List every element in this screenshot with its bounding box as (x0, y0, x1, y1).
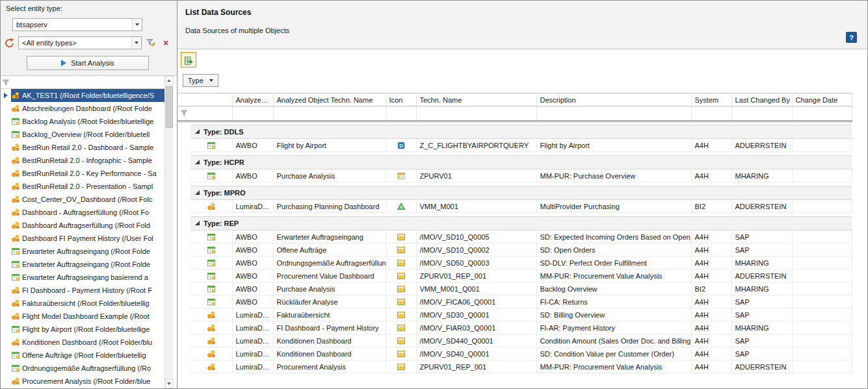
column-header-system[interactable]: System (691, 94, 731, 107)
list-item[interactable]: Erwarteter Auftragseingang (/Root Folde (1, 258, 164, 271)
table-row[interactable]: LumiraD...Purchasing Planning DashboardV… (178, 200, 852, 213)
scrollbar-thumb[interactable] (166, 86, 173, 128)
group-header-cell[interactable]: Type: HCPR (191, 156, 852, 169)
table-row[interactable]: AWBOPurchase AnalysisZPURV01MM-PUR: Purc… (178, 169, 852, 182)
group-row[interactable]: Type: REP (178, 217, 852, 231)
table-row[interactable]: AWBORückläufer Analyse/IMO/V_FICA06_Q000… (178, 295, 852, 308)
list-item[interactable]: Flight Model Dashboard Example (/Root (1, 310, 164, 323)
lumira-icon (11, 91, 20, 100)
cell-description: SD: Condition Value per Customer (Order) (536, 347, 691, 360)
list-item[interactable]: AK_TEST1 (/Root Folder/bluetelligence/S (1, 89, 164, 102)
table-row[interactable]: LumiraD...Konditionen Dashboard/IMO/V_SD… (178, 334, 852, 347)
table-row[interactable]: AWBOFlight by AirportDZ_C_FLIGHTBYAIRPOR… (178, 139, 852, 152)
list-item[interactable]: Dashboard - Auftragserfüllung (/Root Fo (1, 206, 164, 219)
cell-analyze-tool: AWBO (232, 270, 273, 282)
table-row[interactable]: AWBOOrdnungsgemäße Auftragserfüllung/IMO… (178, 257, 852, 270)
export-to-excel-button[interactable] (181, 52, 196, 68)
clear-filter-icon[interactable]: × (160, 37, 172, 49)
group-row[interactable]: Type: MPRO (178, 186, 852, 200)
table-row[interactable]: LumiraD...Konditionen Dashboard/IMO/V_SD… (178, 347, 852, 360)
main-header: List Data Sources Data Sources of multip… (178, 1, 867, 49)
column-header-techn-name[interactable]: Techn. Name (416, 94, 536, 107)
list-item[interactable]: Cost_Center_OV_Dashboard (/Root Folc (1, 193, 164, 206)
collapse-group-icon[interactable] (195, 129, 200, 134)
list-scrollbar[interactable] (164, 76, 173, 388)
list-filter-row[interactable] (1, 76, 164, 89)
refresh-icon[interactable] (3, 37, 15, 49)
column-header-object-name[interactable]: Analyzed Object Techn. Name (273, 94, 386, 107)
collapse-group-icon[interactable] (195, 160, 200, 164)
column-header-analyze[interactable]: Analyze... (232, 94, 273, 107)
filter-cell[interactable] (273, 107, 386, 121)
column-header-last-changed-by[interactable]: Last Changed By (731, 94, 792, 107)
grid-header-row: Analyze... Analyzed Object Techn. Name I… (178, 94, 852, 107)
cell-last-changed-by: SAP (731, 308, 792, 321)
filter-cell[interactable] (536, 107, 691, 121)
column-header-icon[interactable]: Icon (386, 94, 416, 107)
table-row[interactable]: AWBOOffene Aufträge/IMO/V_SD10_Q0002SD: … (178, 244, 852, 257)
help-button[interactable]: ? (846, 32, 857, 43)
list-item[interactable]: Dashboard Auftragserfüllung (/Root Fold (1, 219, 164, 232)
row-indicator-cell (178, 347, 191, 360)
table-row[interactable]: LumiraD...Fakturaübersicht/IMO/V_SD30_Q0… (178, 308, 852, 321)
list-item[interactable]: Konditionen Dashboard (/Root Folder/blu (1, 336, 164, 349)
server-dropdown[interactable]: btsapserv (12, 18, 142, 31)
workbook-icon (11, 351, 20, 360)
group-by-type-chip[interactable]: Type (183, 74, 218, 87)
cell-system: A4H (691, 244, 731, 257)
list-item[interactable]: Abschreibungen Dashboard (/Root Folde (1, 102, 164, 115)
list-item[interactable]: BestRunRetail 2.0 - Key Performance - Sa (1, 167, 164, 180)
scroll-up-button[interactable] (165, 76, 174, 85)
list-item[interactable]: Erwarteter Auftragseingang (/Root Folde (1, 245, 164, 258)
collapse-group-icon[interactable] (195, 190, 200, 195)
list-item[interactable]: Backlog Analysis (/Root Folder/bluetelli… (1, 115, 164, 128)
cell-system: A4H (691, 334, 731, 347)
server-dropdown-button[interactable] (132, 19, 142, 31)
list-item[interactable]: Flight by Airport (/Root Folder/bluetell… (1, 323, 164, 336)
entity-type-dropdown[interactable]: <All entity types> (18, 36, 142, 49)
filter-cell[interactable] (232, 107, 273, 121)
table-row[interactable]: LumiraD...FI Dashboard - Payment History… (178, 321, 852, 334)
filter-cell[interactable] (792, 107, 852, 121)
column-header-description[interactable]: Description (536, 94, 691, 107)
list-item[interactable]: BestRunRetail 2.0 - Presentation - Sampl (1, 180, 164, 193)
collapse-group-icon[interactable] (195, 221, 200, 225)
filter-cell[interactable] (386, 107, 416, 121)
table-row[interactable]: AWBOErwarteter Auftragseingang/IMO/V_SD1… (178, 231, 852, 244)
list-item[interactable]: FI Dashboard - Payment History (/Root F (1, 284, 164, 297)
rep-icon (397, 284, 406, 294)
list-item[interactable]: Erwarteter Auftragseingang basierend a (1, 271, 164, 284)
entity-type-dropdown-button[interactable] (131, 37, 141, 49)
filter-cell[interactable] (416, 107, 536, 121)
group-row[interactable]: Type: DDLS (178, 125, 852, 139)
cell-last-changed-by: MHARING (731, 282, 792, 295)
list-item[interactable]: Backlog_Overview (/Root Folder/bluetell (1, 128, 164, 141)
table-row[interactable]: LumiraD...Procurement AnalysisZPURV01_RE… (178, 360, 852, 373)
group-row[interactable]: Type: HCPR (178, 156, 852, 169)
filter-cell[interactable] (731, 107, 792, 121)
group-header-cell[interactable]: Type: REP (191, 217, 852, 231)
table-row[interactable]: AWBOPurchase AnalysisVMM_M001_Q001Backlo… (178, 282, 852, 295)
list-item-label: Erwarteter Auftragseingang (/Root Folde (22, 247, 150, 255)
filter-cell[interactable] (691, 107, 731, 121)
edit-filter-icon[interactable] (145, 37, 157, 49)
lumira-icon (207, 362, 216, 371)
list-item-label: BestRunRetail 2.0 - Key Performance - Sa (22, 169, 157, 177)
list-item[interactable]: Fakturaübersicht (/Root Folder/bluetelli… (1, 297, 164, 310)
list-item[interactable]: Dashboard FI Payment History (/User Fol (1, 232, 164, 245)
list-item[interactable]: BestRunRetail 2.0 - Infographic - Sample (1, 154, 164, 167)
start-analysis-button[interactable]: Start Analysis (27, 56, 149, 70)
scroll-down-button[interactable] (165, 379, 174, 388)
filter-cell[interactable] (191, 107, 232, 121)
workbook-icon (207, 171, 216, 181)
column-header-change-date[interactable]: Change Date (792, 94, 852, 107)
column-header-type-icon[interactable] (191, 94, 232, 107)
list-item[interactable]: Procurement Analysis (/Root Folder/blue (1, 375, 164, 388)
list-item[interactable]: Ordnungsgemäße Auftragserfüllung (/Ro (1, 362, 164, 375)
group-header-cell[interactable]: Type: DDLS (191, 125, 852, 139)
list-item[interactable]: BestRun Retail 2.0 - Dashboard - Sample (1, 141, 164, 154)
list-item[interactable]: Offene Aufträge (/Root Folder/bluetellig (1, 349, 164, 362)
cell-last-changed-by: SAP (731, 347, 792, 360)
group-header-cell[interactable]: Type: MPRO (191, 186, 852, 200)
table-row[interactable]: AWBOProcurement Value DashboardZPURV01_R… (178, 270, 852, 282)
